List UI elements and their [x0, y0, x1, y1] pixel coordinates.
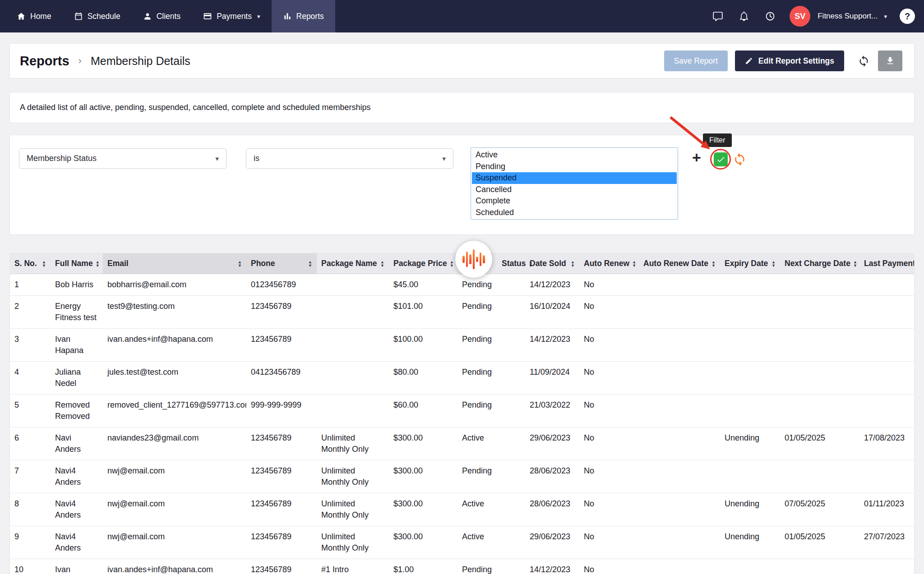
table-cell: No	[579, 395, 639, 427]
nav-item-home[interactable]: Home	[5, 0, 63, 32]
table-cell: Unlimited Monthly Only	[317, 526, 389, 559]
chevron-down-icon: ▾	[215, 155, 219, 163]
table-cell: 1	[10, 274, 51, 296]
filter-operator-select[interactable]: is ▾	[246, 148, 453, 169]
sort-icon[interactable]: ▲▼	[772, 260, 776, 267]
apply-filter-check-icon[interactable]	[714, 152, 728, 166]
avatar[interactable]: SV	[790, 6, 810, 27]
column-label: Status	[502, 259, 526, 268]
chat-icon[interactable]	[707, 6, 728, 27]
table-cell: Pending	[457, 274, 525, 296]
edit-report-settings-button[interactable]: Edit Report Settings	[735, 51, 844, 71]
table-cell: Pending	[457, 395, 525, 427]
table-cell: Unending	[720, 427, 780, 460]
table-cell: Pending	[457, 296, 525, 329]
nav-item-clients[interactable]: Clients	[132, 0, 192, 32]
refresh-report-icon[interactable]	[858, 55, 870, 67]
top-nav: Home Schedule Clients Payments ▾ Reports	[0, 0, 924, 32]
column-header-next-charge-date[interactable]: Next Charge Date▲▼	[780, 253, 859, 274]
table-cell: Navi4 Anders	[51, 460, 103, 493]
download-icon	[885, 56, 895, 66]
table-cell: 14/12/2023	[525, 559, 579, 574]
table-row: 4Juliana Nedeljules.test@test.com0412345…	[10, 362, 914, 395]
table-cell: Navi Anders	[51, 427, 103, 460]
sort-icon[interactable]: ▲▼	[450, 260, 454, 267]
sort-icon[interactable]: ▲▼	[308, 260, 312, 267]
user-menu-name[interactable]: Fitness Support...	[818, 12, 878, 21]
nav-item-reports[interactable]: Reports	[272, 0, 335, 32]
column-header-auto-renew[interactable]: Auto Renew▲▼	[579, 253, 639, 274]
table-cell: Unlimited Monthly Only	[317, 427, 389, 460]
sort-icon[interactable]: ▲▼	[238, 260, 242, 267]
sort-icon[interactable]: ▲▼	[380, 260, 384, 267]
column-header-email[interactable]: Email▲▼	[103, 253, 246, 274]
nav-item-payments[interactable]: Payments ▾	[192, 0, 271, 32]
chevron-down-icon[interactable]: ▾	[884, 13, 887, 20]
column-header-phone[interactable]: Phone▲▼	[246, 253, 317, 274]
page-title: Membership Details	[91, 55, 190, 68]
table-cell: 5	[10, 395, 51, 427]
table-cell: $60.00	[389, 395, 457, 427]
column-header-last-payment[interactable]: Last Payment▲▼	[859, 253, 914, 274]
table-cell	[859, 329, 914, 362]
column-header-full-name[interactable]: Full Name▲▼	[51, 253, 103, 274]
table-cell: nwj@email.com	[103, 493, 246, 526]
table-row: 3Ivan Hapanaivan.andes+inf@hapana.com123…	[10, 329, 914, 362]
help-icon[interactable]: ?	[900, 9, 915, 24]
table-cell: $300.00	[389, 493, 457, 526]
column-header-date-sold[interactable]: Date Sold▲▼	[525, 253, 579, 274]
sort-icon[interactable]: ▲▼	[96, 260, 100, 267]
table-cell	[317, 395, 389, 427]
table-cell: Active	[457, 427, 525, 460]
table-cell: ivan.andes+inf@hapana.com	[103, 329, 246, 362]
sort-icon[interactable]: ▲▼	[42, 260, 46, 267]
table-cell	[639, 395, 720, 427]
report-description: A detailed list of all active, pending, …	[20, 103, 370, 112]
table-scroll-area[interactable]: S. No.▲▼Full Name▲▼Email▲▼Phone▲▼Package…	[10, 253, 914, 574]
sort-icon[interactable]: ▲▼	[571, 260, 575, 267]
table-cell	[639, 526, 720, 559]
listbox-option-pending[interactable]: Pending	[472, 161, 677, 173]
table-cell: 4	[10, 362, 51, 395]
home-icon	[17, 12, 26, 21]
nav-item-schedule[interactable]: Schedule	[63, 0, 132, 32]
table-cell: No	[579, 493, 639, 526]
reset-filter-sync-icon[interactable]	[733, 152, 747, 166]
loading-spinner-icon	[455, 241, 492, 278]
table-cell: 2	[10, 296, 51, 329]
breadcrumb-reports-link[interactable]: Reports	[20, 54, 69, 69]
download-report-button[interactable]	[878, 51, 902, 71]
column-label: Last Payment	[864, 259, 914, 268]
table-cell: 14/12/2023	[525, 329, 579, 362]
listbox-option-cancelled[interactable]: Cancelled	[472, 184, 677, 196]
column-header-package-name[interactable]: Package Name▲▼	[317, 253, 389, 274]
sort-icon[interactable]: ▲▼	[711, 260, 716, 267]
listbox-option-scheduled[interactable]: Scheduled	[472, 207, 677, 219]
column-header-auto-renew-date[interactable]: Auto Renew Date▲▼	[639, 253, 720, 274]
table-cell: 0123456789	[246, 274, 317, 296]
column-header-s-no[interactable]: S. No.▲▼	[10, 253, 51, 274]
listbox-option-suspended[interactable]: Suspended	[472, 172, 677, 184]
table-cell	[639, 427, 720, 460]
listbox-option-active[interactable]: Active	[472, 149, 677, 161]
sort-icon[interactable]: ▲▼	[632, 260, 636, 267]
clock-icon[interactable]	[760, 6, 781, 27]
column-header-package-price[interactable]: Package Price▲▼	[389, 253, 457, 274]
table-cell	[780, 274, 859, 296]
column-header-expiry-date[interactable]: Expiry Date▲▼	[720, 253, 780, 274]
listbox-option-complete[interactable]: Complete	[472, 195, 677, 207]
table-cell: $300.00	[389, 427, 457, 460]
table-row: 6Navi Andersnaviandes23@gmail.com1234567…	[10, 427, 914, 460]
add-filter-icon[interactable]: +	[692, 150, 701, 165]
filter-field-select[interactable]: Membership Status ▾	[19, 148, 226, 169]
table-cell	[639, 460, 720, 493]
table-row: 7Navi4 Andersnwj@email.com123456789Unlim…	[10, 460, 914, 493]
chevron-down-icon: ▾	[442, 155, 446, 163]
table-cell: $300.00	[389, 526, 457, 559]
table-cell	[639, 274, 720, 296]
save-report-button[interactable]: Save Report	[664, 51, 728, 71]
filter-card: Membership Status ▾ is ▾ ActivePendingSu…	[9, 135, 915, 235]
membership-status-listbox[interactable]: ActivePendingSuspendedCancelledCompleteS…	[471, 147, 678, 220]
sort-icon[interactable]: ▲▼	[853, 260, 857, 267]
bell-icon[interactable]	[734, 6, 754, 27]
